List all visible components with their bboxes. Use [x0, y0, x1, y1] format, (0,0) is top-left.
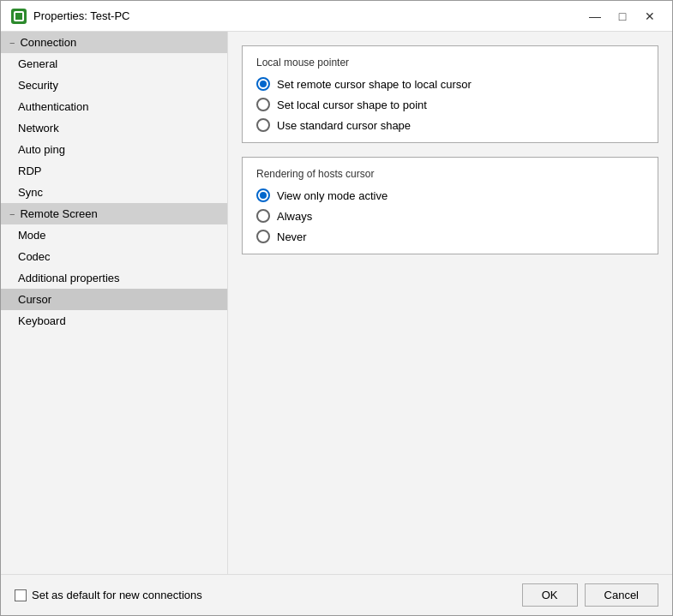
- sidebar-item-keyboard[interactable]: Keyboard: [1, 310, 227, 332]
- radio-never[interactable]: Never: [256, 230, 644, 243]
- radio-view-only-circle: [256, 188, 270, 202]
- default-connections-checkbox[interactable]: [15, 589, 27, 601]
- cancel-button[interactable]: Cancel: [585, 583, 658, 607]
- radio-view-only-label: View only mode active: [277, 189, 388, 202]
- title-controls: — □ ✕: [583, 7, 662, 26]
- sidebar-item-codec[interactable]: Codec: [1, 246, 227, 267]
- radio-remote-cursor-label: Set remote cursor shape to local cursor: [277, 78, 472, 91]
- sidebar-item-mode[interactable]: Mode: [1, 224, 227, 246]
- maximize-button[interactable]: □: [610, 7, 634, 26]
- main-panel: Local mouse pointer Set remote cursor sh…: [228, 32, 672, 574]
- app-icon-inner: [14, 11, 24, 21]
- rendering-hosts-cursor-section: Rendering of hosts cursor View only mode…: [242, 157, 658, 254]
- radio-standard-cursor-label: Use standard cursor shape: [277, 119, 411, 132]
- footer: Set as default for new connections OK Ca…: [1, 574, 672, 615]
- radio-always-label: Always: [277, 210, 312, 223]
- radio-remote-cursor[interactable]: Set remote cursor shape to local cursor: [256, 77, 644, 91]
- close-button[interactable]: ✕: [638, 7, 662, 26]
- radio-local-point[interactable]: Set local cursor shape to point: [256, 98, 644, 111]
- remote-screen-group-label: Remote Screen: [20, 207, 97, 220]
- ok-button[interactable]: OK: [522, 583, 578, 607]
- sidebar-item-cursor[interactable]: Cursor: [1, 289, 227, 310]
- sidebar-item-additional-properties[interactable]: Additional properties: [1, 267, 227, 289]
- title-bar: Properties: Test-PC — □ ✕: [1, 1, 672, 32]
- radio-local-point-circle: [256, 98, 270, 111]
- radio-standard-cursor-circle: [256, 118, 270, 132]
- sidebar-item-security[interactable]: Security: [1, 75, 227, 96]
- connection-group-label: Connection: [20, 36, 76, 49]
- title-bar-left: Properties: Test-PC: [11, 9, 129, 24]
- collapse-connection-icon: −: [9, 38, 15, 48]
- footer-buttons: OK Cancel: [522, 583, 658, 607]
- sidebar-item-rdp[interactable]: RDP: [1, 160, 227, 182]
- content-area: − Connection General Security Authentica…: [1, 32, 672, 574]
- app-icon: [11, 9, 27, 24]
- radio-view-only[interactable]: View only mode active: [256, 188, 644, 202]
- sidebar-item-authentication[interactable]: Authentication: [1, 96, 227, 117]
- radio-local-point-label: Set local cursor shape to point: [277, 99, 427, 111]
- window-title: Properties: Test-PC: [33, 9, 129, 22]
- sidebar-item-network[interactable]: Network: [1, 117, 227, 139]
- rendering-hosts-cursor-options: View only mode active Always Never: [256, 188, 644, 243]
- sidebar: − Connection General Security Authentica…: [1, 32, 228, 574]
- sidebar-item-sync[interactable]: Sync: [1, 182, 227, 203]
- minimize-button[interactable]: —: [583, 7, 607, 26]
- radio-remote-cursor-circle: [256, 77, 270, 91]
- local-mouse-pointer-section: Local mouse pointer Set remote cursor sh…: [242, 45, 658, 143]
- radio-always[interactable]: Always: [256, 209, 644, 223]
- footer-left: Set as default for new connections: [15, 589, 202, 601]
- collapse-remotescreen-icon: −: [9, 209, 15, 219]
- sidebar-group-remote-screen[interactable]: − Remote Screen: [1, 203, 227, 224]
- radio-always-circle: [256, 209, 270, 223]
- sidebar-item-autoping[interactable]: Auto ping: [1, 139, 227, 160]
- radio-never-label: Never: [277, 230, 307, 243]
- radio-standard-cursor[interactable]: Use standard cursor shape: [256, 118, 644, 132]
- rendering-hosts-cursor-label: Rendering of hosts cursor: [256, 168, 644, 180]
- sidebar-item-general[interactable]: General: [1, 53, 227, 75]
- local-mouse-pointer-options: Set remote cursor shape to local cursor …: [256, 77, 644, 132]
- properties-window: Properties: Test-PC — □ ✕ − Connection G…: [0, 0, 673, 616]
- sidebar-group-connection[interactable]: − Connection: [1, 32, 227, 53]
- local-mouse-pointer-label: Local mouse pointer: [256, 57, 644, 69]
- radio-never-circle: [256, 230, 270, 243]
- default-connections-label: Set as default for new connections: [32, 589, 202, 601]
